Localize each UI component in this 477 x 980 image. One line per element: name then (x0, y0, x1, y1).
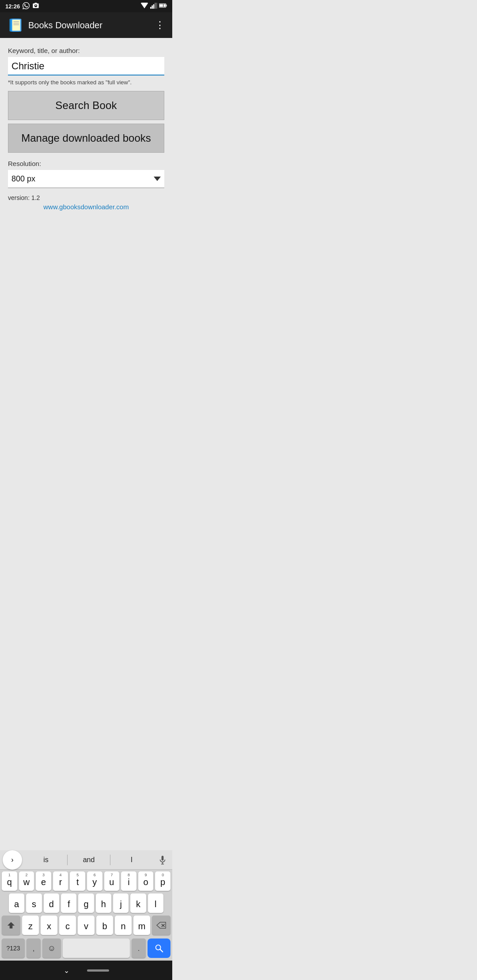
svg-rect-4 (156, 3, 157, 8)
whatsapp-icon (23, 2, 30, 11)
svg-rect-12 (12, 19, 20, 30)
manage-downloads-button[interactable]: Manage downloaded books (8, 124, 164, 153)
app-title: Books Downloader (28, 20, 102, 30)
search-input[interactable] (8, 57, 164, 75)
signal-icon (150, 3, 157, 10)
svg-rect-7 (159, 4, 166, 7)
status-bar: 12:26 (0, 0, 172, 12)
status-right (140, 3, 167, 10)
svg-rect-1 (151, 5, 153, 8)
website-link[interactable]: www.gbooksdownloader.com (8, 203, 164, 211)
main-content: Keyword, title, or author: *It supports … (0, 38, 172, 215)
resolution-select-wrapper: 600 px 800 px 1000 px 1200 px (8, 170, 164, 188)
resolution-select[interactable]: 600 px 800 px 1000 px 1200 px (8, 170, 164, 188)
resolution-label: Resolution: (8, 160, 164, 167)
svg-rect-0 (150, 7, 151, 8)
app-logo-icon (7, 17, 23, 33)
disclaimer-text: *It supports only the books marked as "f… (8, 79, 164, 86)
battery-icon (159, 3, 167, 10)
app-bar-left: Books Downloader (7, 17, 102, 33)
app-bar: Books Downloader ⋮ (0, 12, 172, 38)
svg-rect-6 (166, 4, 167, 6)
search-book-button[interactable]: Search Book (8, 91, 164, 120)
wifi-icon (140, 3, 148, 10)
version-text: version: 1.2 (8, 194, 164, 201)
screenshot-icon (32, 2, 39, 11)
more-options-icon[interactable]: ⋮ (155, 19, 165, 31)
search-field-label: Keyword, title, or author: (8, 47, 164, 54)
svg-rect-2 (153, 4, 155, 8)
status-left: 12:26 (5, 2, 39, 11)
status-time: 12:26 (5, 3, 20, 10)
svg-rect-3 (155, 3, 156, 8)
